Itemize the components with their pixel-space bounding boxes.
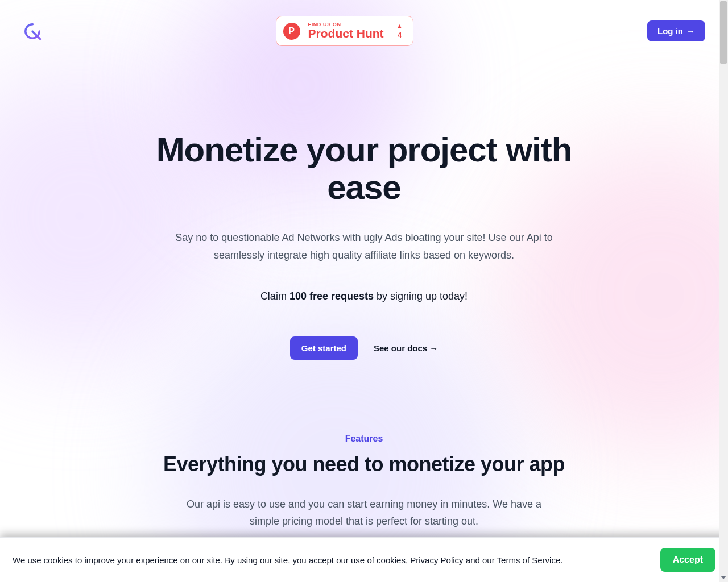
hero: Monetize your project with ease Say no t… xyxy=(125,131,603,359)
svg-marker-2 xyxy=(721,576,726,579)
see-docs-label: See our docs xyxy=(374,343,427,353)
features-heading: Everything you need to monetize your app xyxy=(131,452,597,476)
cta-row: Get started See our docs→ xyxy=(125,336,603,360)
arrow-right-icon: → xyxy=(429,343,438,353)
scrollbar[interactable] xyxy=(719,0,728,582)
logo-icon[interactable] xyxy=(23,22,42,41)
upvote-count: 4 xyxy=(398,31,402,39)
cookie-banner: We use cookies to improve your experienc… xyxy=(0,537,728,582)
header: P FIND US ON Product Hunt ▲ 4 Log in → xyxy=(23,0,705,46)
terms-of-service-link[interactable]: Terms of Service xyxy=(497,555,561,565)
see-docs-link[interactable]: See our docs→ xyxy=(374,343,438,353)
upvote-triangle-icon: ▲ xyxy=(396,23,403,30)
privacy-policy-link[interactable]: Privacy Policy xyxy=(410,555,463,565)
product-hunt-badge[interactable]: P FIND US ON Product Hunt ▲ 4 xyxy=(276,16,414,46)
scrollbar-thumb[interactable] xyxy=(720,1,727,64)
cookie-text: We use cookies to improve your experienc… xyxy=(13,555,562,565)
accept-cookies-button[interactable]: Accept xyxy=(660,548,715,572)
hero-claim: Claim 100 free requests by signing up to… xyxy=(125,290,603,302)
hero-subtitle: Say no to questionable Ad Networks with … xyxy=(171,229,557,264)
features-sub: Our api is easy to use and you can start… xyxy=(171,496,557,530)
features-section: Features Everything you need to monetize… xyxy=(131,434,597,530)
login-label: Log in xyxy=(657,26,683,36)
product-hunt-name: Product Hunt xyxy=(308,27,384,40)
arrow-right-icon: → xyxy=(686,26,695,36)
features-eyebrow: Features xyxy=(131,434,597,444)
product-hunt-votes: ▲ 4 xyxy=(396,23,403,39)
scroll-down-icon[interactable] xyxy=(719,573,728,582)
hero-title: Monetize your project with ease xyxy=(125,131,603,206)
login-button[interactable]: Log in → xyxy=(647,20,705,41)
get-started-button[interactable]: Get started xyxy=(290,336,358,360)
product-hunt-icon: P xyxy=(283,23,300,40)
